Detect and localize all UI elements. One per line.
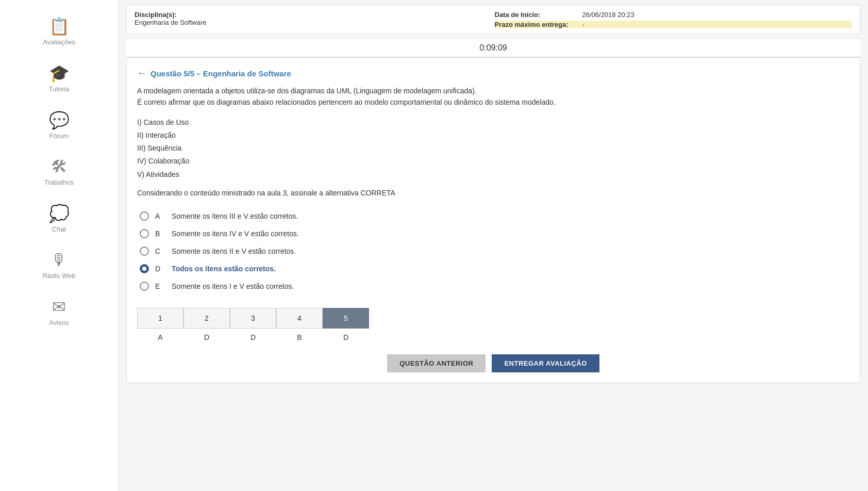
trabalhos-icon: 🛠 (51, 157, 68, 176)
question-instruction: Considerando o conteúdo ministrado na au… (137, 189, 849, 197)
option-letter: A (155, 212, 165, 220)
option-letter: D (155, 265, 165, 273)
nav-answer: D (230, 331, 276, 344)
prazo-value: - (582, 21, 585, 28)
nav-num-box[interactable]: 4 (276, 308, 323, 329)
nav-answer: B (276, 331, 323, 344)
option-row[interactable]: DTodos os itens estão corretos. (137, 260, 849, 277)
sidebar-item-trabalhos[interactable]: 🛠 Trabalhos (0, 151, 118, 192)
sidebar-item-label: Chat (52, 225, 66, 233)
nav-num-box[interactable]: 3 (230, 308, 276, 329)
question-items: I) Casos de UsoII) InteraçãoIII) Sequênc… (137, 116, 849, 181)
tutoria-icon: 🎓 (49, 63, 70, 83)
nav-num-box[interactable]: 2 (183, 308, 230, 329)
radio-inner-dot (142, 267, 146, 271)
option-row[interactable]: CSomente os itens II e V estão corretos. (137, 242, 849, 260)
info-bar: Disciplina(s): Engenharia de Software Da… (126, 5, 860, 34)
sidebar-item-label: Rádio Web (42, 272, 75, 280)
sidebar-item-avisos[interactable]: ✉ Avisos (0, 291, 118, 333)
submit-button[interactable]: ENTREGAR AVALIAÇÃO (492, 354, 599, 372)
sidebar-item-label: Tutoria (49, 85, 70, 93)
radio-button[interactable] (140, 247, 149, 256)
sidebar-item-label: Fórum (49, 132, 69, 140)
nav-num-box[interactable]: 1 (137, 308, 183, 329)
sidebar-item-chat[interactable]: 💭 Chat (0, 198, 118, 239)
option-letter: B (155, 230, 165, 238)
timer-value: 0:09:09 (479, 43, 507, 52)
options-list: ASomente os itens III e V estão corretos… (137, 207, 849, 295)
question-item: II) Interação (137, 129, 849, 142)
avisos-icon: ✉ (52, 297, 66, 317)
question-item: IV) Colaboração (137, 155, 849, 168)
data-inicio-row: Data de Início: 26/06/2018 20:23 (495, 11, 853, 19)
option-letter: E (155, 282, 165, 290)
sidebar-item-label: Avaliações (43, 38, 75, 46)
nav-answer: A (137, 331, 183, 344)
nav-answer: D (183, 331, 230, 344)
radio-icon: 🎙 (51, 251, 68, 270)
forum-icon: 💬 (49, 110, 70, 130)
main-content: Disciplina(s): Engenharia de Software Da… (119, 0, 868, 491)
question-item: V) Atividades (137, 168, 849, 181)
radio-button[interactable] (140, 282, 149, 291)
nav-answers: ADDBD (137, 331, 369, 344)
radio-button[interactable] (140, 211, 149, 221)
option-text: Somente os itens IV e V estão corretos. (172, 230, 299, 238)
radio-button[interactable] (140, 229, 149, 238)
data-inicio-label: Data de Início: (495, 11, 577, 19)
radio-button[interactable] (140, 264, 149, 273)
option-letter: C (155, 247, 165, 255)
question-item: III) Sequência (137, 142, 849, 155)
timer-display: 0:09:09 (126, 39, 860, 57)
sidebar-item-label: Avisos (49, 319, 69, 326)
disciplinas-value: Engenharia de Software (135, 19, 492, 26)
question-item: I) Casos de Uso (137, 116, 849, 129)
option-row[interactable]: ESomente os itens I e V estão corretos. (137, 277, 849, 295)
disciplinas-label: Disciplina(s): (135, 11, 492, 19)
question-container: ← Questão 5/5 – Engenharia de Software A… (126, 57, 860, 383)
question-text-line1: A modelagem orientada a objetos utiliza-… (137, 85, 849, 96)
chat-icon: 💭 (49, 204, 70, 223)
sidebar-item-avaliacoes[interactable]: 📋 Avaliações (0, 10, 118, 52)
prazo-label: Prazo máximo entrega: (495, 21, 577, 28)
option-row[interactable]: BSomente os itens IV e V estão corretos. (137, 225, 849, 242)
nav-answer: D (323, 331, 369, 344)
question-title: Questão 5/5 – Engenharia de Software (151, 69, 291, 78)
option-text: Somente os itens III e V estão corretos. (172, 212, 298, 220)
avaliacoes-icon: 📋 (49, 17, 70, 36)
prev-question-button[interactable]: QUESTÃO ANTERIOR (387, 354, 486, 372)
sidebar-item-forum[interactable]: 💬 Fórum (0, 104, 118, 146)
question-header: ← Questão 5/5 – Engenharia de Software (137, 68, 849, 79)
option-text: Somente os itens II e V estão corretos. (172, 247, 296, 255)
sidebar: 📋 Avaliações 🎓 Tutoria 💬 Fórum 🛠 Trabalh… (0, 0, 119, 491)
buttons-row: QUESTÃO ANTERIOR ENTREGAR AVALIAÇÃO (137, 354, 849, 372)
question-text: A modelagem orientada a objetos utiliza-… (137, 85, 849, 108)
sidebar-item-label: Trabalhos (44, 178, 74, 186)
nav-num-box[interactable]: 5 (323, 308, 369, 329)
back-arrow-icon[interactable]: ← (137, 68, 146, 79)
data-inicio-value: 26/06/2018 20:23 (582, 11, 635, 19)
prazo-row: Prazo máximo entrega: - (495, 21, 853, 28)
sidebar-item-radio[interactable]: 🎙 Rádio Web (0, 244, 118, 286)
option-text: Somente os itens I e V estão corretos. (172, 282, 294, 290)
nav-numbers: 12345 (137, 308, 369, 329)
question-text-line2: É correto afirmar que os diagramas abaix… (137, 96, 849, 108)
option-row[interactable]: ASomente os itens III e V estão corretos… (137, 207, 849, 225)
sidebar-item-tutoria[interactable]: 🎓 Tutoria (0, 57, 118, 99)
option-text: Todos os itens estão corretos. (172, 265, 276, 273)
dates-col: Data de Início: 26/06/2018 20:23 Prazo m… (495, 11, 853, 28)
